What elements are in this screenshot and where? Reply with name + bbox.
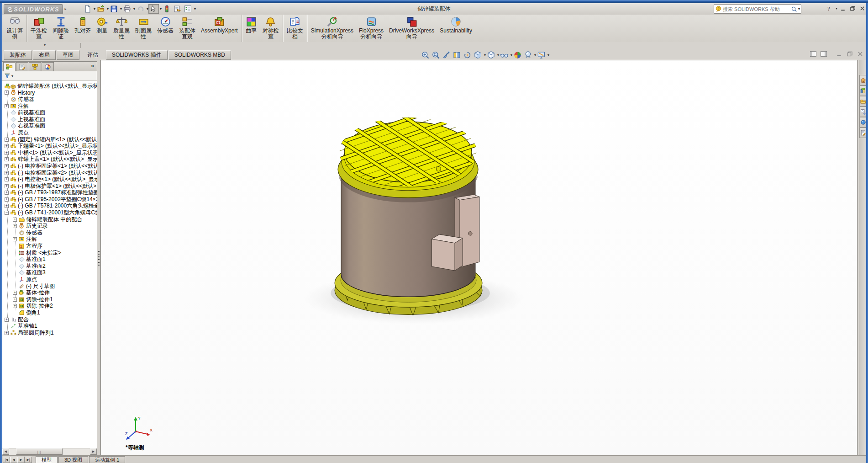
ribbon-button-interference-check[interactable]: 干涉检 查 [28,15,50,40]
previous-view-button[interactable] [441,50,452,60]
ribbon-button-sustainability[interactable]: Sustainability [437,15,475,34]
undo-button[interactable] [135,4,146,14]
doc-pane-left-button[interactable] [809,50,817,58]
tab-nav-previous-button[interactable]: ◀ [10,457,17,463]
tree-item[interactable]: +前视基准面 [2,109,97,116]
taskpane-view-palette-button[interactable] [859,106,866,117]
ribbon-button-simulationxpress[interactable]: SimulationXpress 分析向导 [308,15,356,40]
scrollbar-track[interactable]: ||| [9,448,90,455]
options-button[interactable] [183,4,193,14]
doc-win-minimize-button[interactable] [835,50,843,58]
collapse-icon[interactable]: − [5,211,9,215]
doc-win-restore-button[interactable] [846,50,854,58]
ribbon-button-compare-documents[interactable]: 比较文 档 [284,15,306,40]
expand-icon[interactable]: + [5,177,9,181]
tree-item[interactable]: +材质 <未指定> [2,250,97,256]
tree-item[interactable]: +原点 [2,129,97,136]
doc-pane-right-button[interactable] [820,50,828,58]
expand-icon[interactable]: + [5,138,9,142]
featuremanager-tab[interactable] [3,62,16,71]
tree-item[interactable]: +(-) 电控柜固定架<2> (默认<<默认>_ [2,170,97,176]
tree-item[interactable]: +局部圆周阵列1 [2,330,97,336]
win-minimize-button[interactable] [839,4,847,12]
expand-icon[interactable]: + [5,164,9,168]
expand-icon[interactable]: + [5,204,9,208]
3d-model-canvas[interactable] [101,60,857,455]
taskpane-home-button[interactable] [859,75,866,85]
menu-expand-button[interactable]: ▸ [63,4,68,13]
ribbon-button-symmetry-check[interactable]: 对称检 查 [260,15,282,40]
doc-win-close-button[interactable] [856,50,864,58]
tree-item[interactable]: +History [2,90,97,96]
tab-nav-last-button[interactable]: ▶| [25,457,32,463]
expand-icon[interactable]: + [5,331,9,335]
ribbon-button-assembly-xpert[interactable]: AssemblyXpert [198,15,241,34]
tab-装配体[interactable]: 装配体 [4,50,32,60]
tree-item[interactable]: +(-) 尺寸草图 [2,283,97,290]
expand-icon[interactable]: + [5,318,9,322]
expand-icon[interactable]: + [5,90,9,95]
print-button[interactable] [122,4,132,14]
taskpane-appearances-button[interactable] [859,117,866,128]
study-tab-模型[interactable]: 模型 [36,456,58,463]
view-settings-button[interactable] [536,50,547,60]
expand-icon[interactable]: + [5,184,9,188]
tree-item[interactable]: +右视基准面 [2,123,97,130]
open-button[interactable] [95,4,106,14]
tree-item[interactable]: −(-) GB / T41-20001型六角螺母C级(M [2,209,97,216]
tree-item[interactable]: +传感器 [2,96,97,103]
tree-item[interactable]: +(-) GB / T93-1987标准型弹性垫圈(装 [2,190,97,197]
ribbon-button-clearance-verify[interactable]: 间隙验 证 [50,15,72,40]
zoom-to-area-button[interactable] [431,50,441,60]
tab-评估[interactable]: 评估 [80,50,105,60]
expand-icon[interactable]: + [5,171,9,175]
configurationmanager-tab[interactable] [29,62,41,71]
tree-item[interactable]: +原点 [2,276,97,283]
tree-item[interactable]: +A注解 [2,236,97,243]
tree-item[interactable]: +切除-拉伸2 [2,303,97,310]
ribbon-button-driveworksxpress[interactable]: DriveWorksXpress 向导 [386,15,437,40]
ribbon-button-mass-properties[interactable]: 质量属 性 [110,15,132,40]
display-style-button[interactable] [486,50,496,60]
3d-viewport[interactable]: Y X Z *等轴测 [100,60,857,456]
scroll-right-button[interactable]: ▶ [90,448,97,455]
tree-item[interactable]: +(-) 电极保护罩<1> (默认<<默认>_显 [2,183,97,190]
tree-item[interactable]: +基体-拉伸 [2,289,97,296]
tab-nav-next-button[interactable]: ▶ [17,457,25,463]
ribbon-button-assembly-visualization[interactable]: 装配体 直观 [176,15,198,40]
expand-icon[interactable]: + [5,144,9,148]
expand-icon[interactable]: + [13,291,17,295]
win-close-button[interactable] [858,4,866,12]
propertymanager-tab[interactable] [16,62,28,71]
ribbon-button-design-study[interactable]: 设计算 例▾ [4,15,26,46]
tree-item[interactable]: +(-) 电控柜固定架<1> (默认<<默认>_ [2,163,97,170]
tree-item[interactable]: +基准轴1 [2,323,97,330]
expand-icon[interactable]: + [5,157,9,161]
taskpane-design-library-button[interactable] [859,85,866,96]
expand-icon[interactable]: + [13,304,17,308]
hide-show-items-button[interactable] [499,50,510,60]
expand-icon[interactable]: + [13,224,17,228]
file-properties-button[interactable] [172,4,183,14]
edit-appearance-button[interactable] [512,50,523,60]
dropdown-arrow-icon[interactable]: ▾ [836,6,837,11]
expand-icon[interactable]: + [13,237,17,241]
tree-item[interactable]: +切除-拉伸1 [2,296,97,303]
study-tab-3D 视图[interactable]: 3D 视图 [58,456,88,463]
tree-item[interactable]: +历史记录 [2,223,97,229]
ribbon-button-floxpress[interactable]: FloXpress 分析向导 [356,15,386,40]
ribbon-button-sensor[interactable]: 传感器 [154,15,176,34]
panel-overflow-chevron[interactable]: » [91,63,94,69]
view-orientation-button[interactable] [473,50,483,60]
new-document-button[interactable] [82,4,93,14]
expand-icon[interactable]: + [5,151,9,155]
rotate-view-button[interactable] [462,50,473,60]
tree-item[interactable]: +(-) 电控柜<1> (默认<<默认>_显示状 [2,176,97,183]
tree-item[interactable]: 储锌罐装配体 (默认<默认_显示状态-1 [2,83,97,90]
dropdown-arrow-icon[interactable]: ▾ [194,7,196,11]
taskpane-custom-properties-button[interactable] [859,128,866,138]
expand-icon[interactable]: + [13,218,17,222]
select-cursor-button[interactable] [148,4,159,14]
tree-item[interactable]: +(-) GB / T95-2002平垫圈C级14×2．5 [2,196,97,203]
expand-icon[interactable]: + [13,298,17,302]
